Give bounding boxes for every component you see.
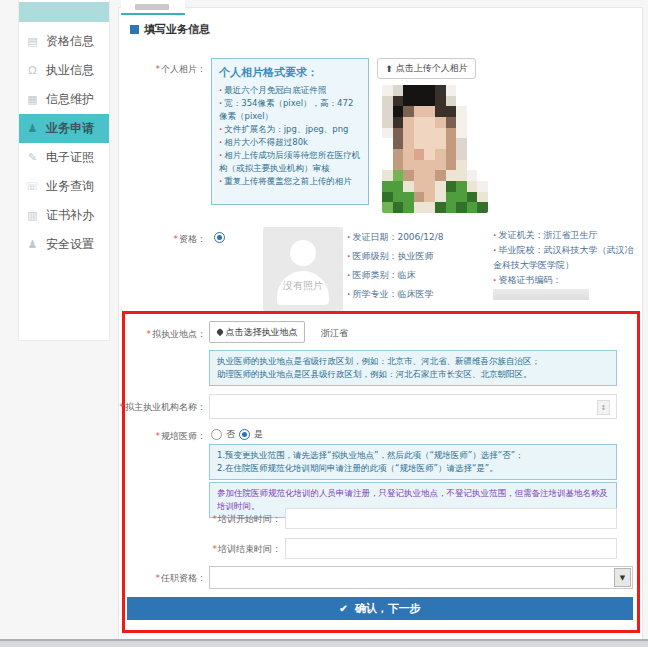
personal-photo-label: 个人相片： xyxy=(139,63,206,76)
trainee-yes-label: 是 xyxy=(254,428,263,441)
upload-icon: ⬆ xyxy=(385,64,393,74)
section-header: 填写业务信息 xyxy=(130,22,210,37)
no-photo-placeholder: 没有照片 xyxy=(263,227,343,311)
photo-requirements-box: 个人相片格式要求： 最近六个月免冠白底证件照 宽：354像素（pixel），高：… xyxy=(211,58,369,205)
edit-icon: ✎ xyxy=(19,151,46,164)
detail-doctor-category: 医师类别：临床 xyxy=(347,266,493,285)
help-line: 1.预变更执业范围，请先选择“拟执业地点”，然后此项（“规培医师”）选择“否”； xyxy=(217,449,609,462)
qualification-details-right: 发证机关：浙江省卫生厅 毕业院校：武汉科技大学（武汉冶金科技大学医学院） 资格证… xyxy=(493,228,637,303)
select-practice-location-button[interactable]: 点击选择执业地点 xyxy=(209,321,305,343)
sidebar-item-electronic-license[interactable]: ✎ 电子证照 xyxy=(19,143,109,172)
detail-major: 所学专业：临床医学 xyxy=(347,285,493,304)
trainee-help-box: 1.预变更执业范围，请先选择“拟执业地点”，然后此项（“规培医师”）选择“否”；… xyxy=(209,444,617,480)
practice-location-label: 拟执业地点： xyxy=(147,328,207,341)
uploaded-photo xyxy=(382,85,488,213)
trainee-no-label: 否 xyxy=(226,428,235,441)
sidebar-item-label: 信息维护 xyxy=(46,91,94,108)
photo-requirements-title: 个人相片格式要求： xyxy=(219,65,361,80)
user-gear-icon: ♟ xyxy=(19,238,46,251)
trainee-no-radio[interactable] xyxy=(211,429,222,440)
sidebar-menu: ▤ 资格信息 Ω 执业信息 ▦ 信息维护 ♟ 业务申请 ✎ 电子证照 ☏ 业务查… xyxy=(19,27,109,259)
training-end-input[interactable] xyxy=(285,538,617,559)
position-qualification-select[interactable]: ▼ xyxy=(209,566,633,589)
business-form-highlight-box: 拟执业地点： 点击选择执业地点 浙江省 执业医师的执业地点是省级行政区划，例如：… xyxy=(122,311,640,633)
help-line: 2.在住院医师规范化培训期间申请注册的此项（“规培医师”）请选择“是”。 xyxy=(217,462,609,475)
sidebar-item-label: 证书补办 xyxy=(46,207,94,224)
training-start-label: 培训开始时间： xyxy=(213,513,282,526)
image-icon: ▦ xyxy=(19,93,46,106)
detail-doctor-level: 医师级别：执业医师 xyxy=(347,247,493,266)
no-photo-text: 没有照片 xyxy=(263,279,343,293)
select-practice-location-button-label: 点击选择执业地点 xyxy=(226,326,298,339)
position-qualification-label: 任职资格： xyxy=(156,572,207,585)
redacted-certificate-number xyxy=(493,289,589,300)
sidebar-header-bar xyxy=(19,2,109,22)
qualification-label: 资格： xyxy=(139,233,206,246)
requirement-item: 宽：354像素（pixel），高：472像素（pixel） xyxy=(219,97,361,123)
document-icon: ▤ xyxy=(19,35,46,48)
headset-icon: Ω xyxy=(19,64,46,77)
notebook-icon: ▥ xyxy=(19,209,46,222)
footer-bar xyxy=(0,639,648,647)
requirement-item: 重复上传将覆盖您之前上传的相片 xyxy=(219,175,361,188)
sidebar-item-security-settings[interactable]: ♟ 安全设置 xyxy=(19,230,109,259)
sidebar: ▤ 资格信息 Ω 执业信息 ▦ 信息维护 ♟ 业务申请 ✎ 电子证照 ☏ 业务查… xyxy=(18,0,110,341)
sidebar-item-label: 电子证照 xyxy=(46,149,94,166)
org-name-label: 拟主执业机构名称： xyxy=(120,401,207,414)
sidebar-item-info-maintenance[interactable]: ▦ 信息维护 xyxy=(19,85,109,114)
sidebar-item-label: 资格信息 xyxy=(46,33,94,50)
trainee-radio-group: 否 是 xyxy=(211,428,263,441)
main-panel: 填写业务信息 个人相片： 个人相片格式要求： 最近六个月免冠白底证件照 宽：35… xyxy=(118,7,643,641)
sidebar-item-label: 业务申请 xyxy=(46,120,94,137)
updown-icon: ↕ xyxy=(597,400,610,415)
training-start-input[interactable] xyxy=(285,508,617,529)
detail-graduate-school: 毕业院校：武汉科技大学（武汉冶金科技大学医学院） xyxy=(493,243,637,273)
sidebar-item-business-query[interactable]: ☏ 业务查询 xyxy=(19,172,109,201)
training-end-label: 培训结束时间： xyxy=(213,543,282,556)
practice-location-value: 浙江省 xyxy=(321,327,348,340)
detail-issue-date: 发证日期：2006/12/8 xyxy=(347,228,493,247)
requirement-item: 文件扩展名为：jpg、jpeg、png xyxy=(219,123,361,136)
section-bullet-icon xyxy=(130,25,139,34)
truncated-tab-text xyxy=(135,4,169,10)
truncated-tab[interactable] xyxy=(121,0,185,15)
upload-photo-button[interactable]: ⬆ 点击上传个人相片 xyxy=(377,58,476,79)
photo-requirements-list: 最近六个月免冠白底证件照 宽：354像素（pixel），高：472像素（pixe… xyxy=(219,84,361,188)
sidebar-item-label: 安全设置 xyxy=(46,236,94,253)
qualification-details-left: 发证日期：2006/12/8 医师级别：执业医师 医师类别：临床 所学专业：临床… xyxy=(347,228,493,304)
location-pin-icon xyxy=(215,328,223,336)
upload-photo-button-label: 点击上传个人相片 xyxy=(396,62,468,75)
page-title: 填写业务信息 xyxy=(144,22,210,37)
sidebar-item-qualification-info[interactable]: ▤ 资格信息 xyxy=(19,27,109,56)
trainee-doctor-label: 规培医师： xyxy=(156,430,207,443)
phone-icon: ☏ xyxy=(19,180,46,193)
trainee-yes-radio[interactable] xyxy=(239,429,250,440)
sidebar-item-practice-info[interactable]: Ω 执业信息 xyxy=(19,56,109,85)
detail-issuing-authority: 发证机关：浙江省卫生厅 xyxy=(493,228,637,243)
detail-certificate-number: 资格证书编码： xyxy=(493,273,637,303)
confirm-next-button-label: 确认，下一步 xyxy=(355,601,421,616)
sidebar-item-label: 执业信息 xyxy=(46,62,94,79)
practice-location-help-box: 执业医师的执业地点是省级行政区划，例如：北京市、河北省、新疆维吾尔族自治区； 助… xyxy=(209,350,617,386)
user-icon: ♟ xyxy=(19,122,46,135)
requirement-item: 相片大小不得超过80k xyxy=(219,136,361,149)
confirm-next-button[interactable]: ✔ 确认，下一步 xyxy=(127,597,633,620)
dropdown-icon[interactable]: ▼ xyxy=(614,568,631,587)
requirement-item: 最近六个月免冠白底证件照 xyxy=(219,84,361,97)
sidebar-item-business-application[interactable]: ♟ 业务申请 xyxy=(19,114,109,143)
sidebar-item-label: 业务查询 xyxy=(46,178,94,195)
check-icon: ✔ xyxy=(339,603,347,614)
person-silhouette-icon xyxy=(290,240,316,266)
requirement-item: 相片上传成功后须等待您所在医疗机构（或拟主要执业机构）审核 xyxy=(219,149,361,175)
help-line: 执业医师的执业地点是省级行政区划，例如：北京市、河北省、新疆维吾尔族自治区； xyxy=(217,355,609,368)
org-name-select[interactable]: ↕ xyxy=(209,394,617,419)
qualification-radio[interactable] xyxy=(214,232,225,243)
sidebar-item-certificate-reissue[interactable]: ▥ 证书补办 xyxy=(19,201,109,230)
help-line: 助理医师的执业地点是区县级行政区划，例如：河北石家庄市长安区、北京朝阳区。 xyxy=(217,368,609,381)
